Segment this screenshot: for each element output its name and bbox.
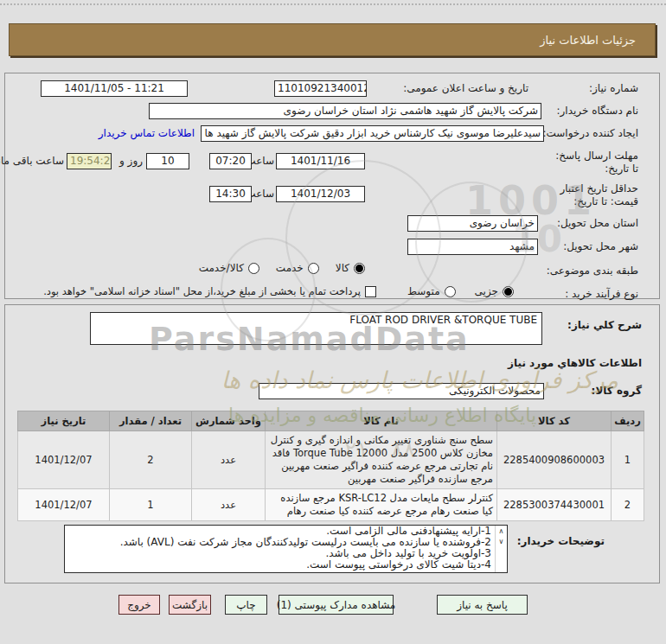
radio-service[interactable] bbox=[308, 263, 319, 274]
announce-datetime-label: تاریخ و ساعت اعلان عمومی: bbox=[403, 82, 528, 94]
cell-need-date: 1401/12/07 bbox=[18, 431, 110, 489]
top-dotted-divider bbox=[0, 3, 666, 5]
treasury-checkbox[interactable] bbox=[365, 286, 376, 297]
notes-lines: 1-ارایه پیشنهادفنی مالی الزامی است. 2-فر… bbox=[65, 526, 495, 572]
classification-options: کالا خدمت کالا/خدمت bbox=[199, 262, 365, 274]
cell-quantity: 2 bbox=[110, 431, 192, 489]
title-bar: جزئیات اطلاعات نیاز bbox=[9, 23, 656, 56]
deadline-time-field[interactable]: 07:20 bbox=[209, 153, 252, 169]
radio-goods[interactable] bbox=[354, 263, 365, 274]
province-label: استان محل تحویل: bbox=[557, 217, 638, 229]
need-description-label: شرح کلي نیاز: bbox=[567, 319, 642, 331]
radio-goods-service-label: کالا/خدمت bbox=[199, 262, 244, 274]
print-button[interactable]: چاپ bbox=[225, 595, 267, 615]
col-row-index: ردیف bbox=[612, 411, 644, 431]
deadline-label: مهلت ارسال پاسخ: تا تاریخ: bbox=[552, 150, 638, 175]
radio-minor-label: جزیی bbox=[475, 285, 498, 297]
goods-table: ردیف کد کالا نام کالا واحد شمارش تعداد /… bbox=[17, 411, 644, 521]
col-need-date: تاریخ نیاز bbox=[18, 411, 110, 431]
page-title: جزئیات اطلاعات نیاز bbox=[540, 34, 655, 47]
days-left-field[interactable]: 10 bbox=[146, 153, 189, 169]
buyer-contact-link[interactable]: اطلاعات تماس خریدار bbox=[99, 127, 195, 139]
scroll-down-arrow[interactable]: ∨ bbox=[499, 537, 504, 547]
treasury-checkbox-label: پرداخت تمام یا بخشی از مبلغ خرید،از محل … bbox=[43, 285, 361, 297]
days-and-label: روز و bbox=[119, 155, 143, 167]
page: { "title_bar": "جزئیات اطلاعات نیاز", "f… bbox=[0, 0, 666, 644]
buyer-org-label: نام دستگاه خریدار: bbox=[557, 105, 639, 117]
table-header-row: ردیف کد کالا نام کالا واحد شمارش تعداد /… bbox=[18, 411, 644, 431]
exit-button[interactable]: خروج bbox=[118, 595, 160, 615]
cell-row-index: 2 bbox=[612, 489, 644, 521]
price-validity-label: حداقل تاریخ اعتبار قیمت: تا تاریخ: bbox=[543, 182, 638, 208]
announce-datetime-field[interactable]: 1401/11/05 - 11:21 bbox=[41, 80, 188, 97]
radio-goods-service[interactable] bbox=[248, 263, 259, 274]
buyer-notes-label: توضیحات خریدار: bbox=[517, 535, 605, 547]
radio-medium[interactable] bbox=[445, 286, 456, 297]
goods-table-wrap: ردیف کد کالا نام کالا واحد شمارش تعداد /… bbox=[17, 411, 644, 521]
table-body: 1 2285400908600003 سطح سنج شناوری تغییر … bbox=[18, 431, 644, 521]
col-goods-name: نام کالا bbox=[266, 411, 497, 431]
need-description-field[interactable]: FLOAT ROD DRIVER &TORQUE TUBE bbox=[90, 312, 542, 345]
cell-need-date: 1401/12/07 bbox=[18, 489, 110, 521]
cell-goods-code: 2285400908600003 bbox=[497, 431, 612, 489]
reply-to-need-button[interactable]: پاسخ به نیاز bbox=[437, 595, 528, 615]
need-description-text: FLOAT ROD DRIVER &TORQUE TUBE bbox=[349, 314, 537, 326]
col-unit: واحد شمارش bbox=[192, 411, 266, 431]
city-field[interactable]: مشهد bbox=[407, 239, 538, 255]
cell-goods-code: 2285300374430001 bbox=[497, 489, 612, 521]
radio-minor[interactable] bbox=[503, 286, 514, 297]
cell-goods-name: سطح سنج شناوری تغییر مکانی و اندازه گیری… bbox=[266, 431, 497, 489]
cell-unit: عدد bbox=[192, 431, 266, 489]
need-number-label: شماره نیاز: bbox=[589, 82, 638, 94]
note-line: 4-دیتا شیت کالای درخواستی پیوست است. bbox=[68, 559, 491, 571]
remaining-label: ساعت باقی مانده bbox=[0, 155, 64, 167]
process-type-options: جزیی متوسط پرداخت تمام یا بخشی از مبلغ خ… bbox=[43, 285, 514, 297]
notes-scrollbar: ∧ ∨ bbox=[495, 526, 507, 572]
need-details-panel: شرح کلي نیاز: FLOAT ROD DRIVER &TORQUE T… bbox=[4, 304, 660, 583]
radio-service-label: خدمت bbox=[276, 262, 304, 274]
need-number-field[interactable]: 1101092134001243 bbox=[274, 80, 367, 97]
footer-buttons: پاسخ به نیاز مشاهده مدارک پیوستی (1) چاپ… bbox=[118, 595, 528, 615]
buyer-notes-box[interactable]: ∧ ∨ 1-ارایه پیشنهادفنی مالی الزامی است. … bbox=[64, 525, 508, 573]
back-button[interactable]: بازگشت bbox=[169, 595, 211, 615]
goods-info-header: اطلاعات کالاهاي مورد نیاز bbox=[508, 357, 642, 369]
cell-row-index: 1 bbox=[612, 431, 644, 489]
radio-medium-label: متوسط bbox=[407, 285, 440, 297]
cell-goods-name: کنترلر سطح مایعات مدل KSR-LC12 مرجع سازن… bbox=[266, 489, 497, 521]
validity-date-field[interactable]: 1401/12/03 bbox=[276, 186, 365, 202]
creator-field[interactable]: سیدعلیرضا موسوی نیک کارشناس خرید ابزار د… bbox=[201, 125, 544, 142]
deadline-date-field[interactable]: 1401/11/16 bbox=[276, 153, 365, 169]
col-goods-code: کد کالا bbox=[497, 411, 612, 431]
creator-label: ایجاد کننده درخواست: bbox=[542, 127, 638, 139]
scroll-up-arrow[interactable]: ∧ bbox=[499, 526, 504, 537]
table-row: 1 2285400908600003 سطح سنج شناوری تغییر … bbox=[18, 431, 644, 489]
cell-quantity: 1 bbox=[110, 489, 192, 521]
time-left-field: 19:54:29 bbox=[67, 153, 112, 169]
goods-group-field[interactable]: محصولات الکترونیکی bbox=[259, 383, 544, 399]
buyer-org-field[interactable]: شرکت پالایش گاز شهید هاشمی نژاد استان خر… bbox=[149, 103, 541, 119]
request-info-panel: شماره نیاز: 1101092134001243 تاریخ و ساع… bbox=[4, 73, 660, 299]
validity-time-field[interactable]: 14:30 bbox=[209, 186, 252, 202]
process-type-label: نوع فرآیند خرید : bbox=[565, 288, 638, 300]
table-row: 2 2285300374430001 کنترلر سطح مایعات مدل… bbox=[18, 489, 644, 521]
cell-unit: عدد bbox=[192, 489, 266, 521]
radio-goods-label: کالا bbox=[336, 262, 349, 274]
view-attachments-button[interactable]: مشاهده مدارک پیوستی (1) bbox=[279, 595, 394, 615]
classification-label: طبقه بندی موضوعی: bbox=[547, 265, 638, 277]
goods-group-label: گروه کالا: bbox=[592, 385, 642, 397]
province-field[interactable]: خراسان رضوی bbox=[407, 215, 538, 232]
col-quantity: تعداد / مقدار bbox=[110, 411, 192, 431]
city-label: شهر محل تحویل: bbox=[563, 240, 638, 252]
